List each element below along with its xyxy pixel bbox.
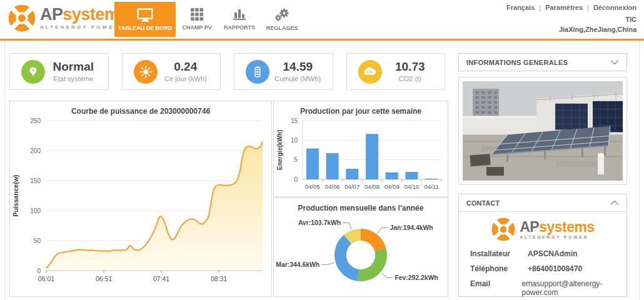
site-photo — [463, 81, 623, 181]
contact-brand-name: APsystems — [520, 220, 595, 234]
svg-text:200: 200 — [30, 148, 41, 154]
grid-icon — [191, 8, 204, 21]
svg-text:15: 15 — [291, 118, 298, 124]
account-name: TIC — [506, 16, 636, 23]
svg-text:04/08: 04/08 — [365, 183, 380, 190]
svg-text:04/07: 04/07 — [345, 183, 360, 190]
svg-text:5: 5 — [294, 156, 298, 163]
co2-label: CO2 (t) — [382, 75, 439, 82]
tab-reglages-label: REGLAGES — [266, 25, 298, 31]
header-user-area: Français|Paramètres|Déconnexion TIC JiaX… — [506, 4, 636, 33]
bar-chart-icon — [233, 8, 246, 21]
today-energy-value: 0.24 — [158, 61, 214, 73]
svg-text:10: 10 — [291, 137, 298, 144]
svg-text:Mar:344.6kWh: Mar:344.6kWh — [276, 261, 319, 268]
apsystems-logo: APsystems ALTENERGY POWER — [8, 4, 128, 32]
monthly-production-chart: Jan:194.4kWhFev:292.2kWhMar:344.6kWhAvr:… — [274, 212, 448, 296]
installer-value: APSCNAdmin — [528, 249, 577, 258]
contact-header[interactable]: CONTACT — [459, 194, 626, 212]
sun-icon — [134, 60, 158, 84]
header-links: Français|Paramètres|Déconnexion — [506, 4, 636, 11]
tab-reglages[interactable]: REGLAGES — [261, 0, 303, 39]
chevron-down-icon — [610, 59, 619, 65]
contact-panel: CONTACT APsystems ALTENERGY POWER Instal… — [458, 194, 627, 297]
svg-text:250: 250 — [30, 118, 41, 124]
chevron-up-icon — [610, 200, 619, 206]
svg-text:04/10: 04/10 — [404, 183, 419, 190]
phone-value: +864001008470 — [528, 264, 582, 273]
contact-logo: APsystems ALTENERGY POWER — [459, 217, 626, 242]
logout-link[interactable]: Déconnexion — [593, 4, 636, 11]
battery-icon — [246, 60, 269, 84]
svg-text:0: 0 — [37, 268, 41, 274]
email-value: emasupport@altenergy-power.com — [521, 279, 626, 297]
tab-dashboard[interactable]: TABLEAU DE BORD — [114, 2, 176, 37]
weekly-production-panel: Production par jour cette semaine 051015… — [273, 101, 448, 197]
ema-dashboard: APsystems ALTENERGY POWER TABLEAU DE BOR… — [0, 0, 644, 300]
monthly-production-title: Production mensuelle dans l'année — [274, 198, 448, 212]
weekly-production-title: Production par jour cette semaine — [274, 101, 448, 116]
status-cards: Normal Etat système 0.24 Ce jour (k — [9, 53, 445, 90]
svg-text:150: 150 — [30, 178, 41, 184]
svg-text:Puissance(w): Puissance(w) — [12, 174, 19, 216]
bulb-icon — [21, 60, 45, 84]
tab-champ-pv[interactable]: CHAMP PV — [176, 0, 218, 39]
lifetime-energy-label: Cumulé (MWh) — [269, 75, 326, 82]
language-link[interactable]: Français — [506, 4, 535, 11]
svg-text:CO₂: CO₂ — [366, 70, 374, 74]
tab-champ-pv-label: CHAMP PV — [182, 24, 211, 31]
contact-brand-tagline: ALTENERGY POWER — [520, 235, 595, 239]
tab-dashboard-label: TABLEAU DE BORD — [118, 25, 172, 31]
contact-rows: Installateur APSCNAdmin Téléphone +86400… — [459, 246, 626, 300]
svg-text:Avr:103.7kWh: Avr:103.7kWh — [298, 219, 341, 226]
card-co2: CO₂ 10.73 CO2 (t) — [346, 53, 446, 90]
main-nav: TABLEAU DE BORD CHAMP PV — [114, 0, 303, 39]
weekly-production-chart: 05101504/0504/0604/0704/0804/0904/1004/1… — [274, 116, 448, 197]
co2-value: 10.73 — [382, 61, 439, 73]
svg-text:0: 0 — [294, 176, 298, 183]
monthly-production-panel: Production mensuelle dans l'année Jan:19… — [273, 198, 448, 297]
svg-text:Jan:194.4kWh: Jan:194.4kWh — [390, 224, 433, 231]
system-status-value: Normal — [45, 61, 102, 73]
installer-label: Installateur — [470, 249, 528, 258]
svg-text:04/09: 04/09 — [385, 183, 400, 190]
svg-text:06:01: 06:01 — [38, 275, 54, 282]
system-status-label: Etat système — [45, 75, 102, 82]
svg-text:Energie(kWh): Energie(kWh) — [276, 130, 283, 170]
contact-row-phone: Téléphone +864001008470 — [459, 261, 626, 276]
lifetime-energy-value: 14.59 — [269, 61, 326, 73]
svg-text:08:31: 08:31 — [211, 275, 227, 282]
apsystems-sun-icon — [491, 217, 516, 242]
contact-row-installer: Installateur APSCNAdmin — [459, 246, 626, 261]
svg-text:50: 50 — [34, 238, 41, 244]
email-label: Email — [470, 279, 521, 297]
power-curve-chart: 05010015020025006:0106:5107:4108:31Puiss… — [10, 116, 271, 294]
contact-row-email: Email emasupport@altenergy-power.com — [459, 276, 626, 300]
card-system-status: Normal Etat système — [9, 53, 109, 90]
svg-text:04/11: 04/11 — [424, 183, 438, 190]
informations-generales-title: INFORMATIONS GENERALES — [466, 59, 568, 66]
svg-text:07:41: 07:41 — [153, 275, 169, 282]
card-lifetime-energy: 14.59 Cumulé (MWh) — [234, 53, 333, 90]
svg-text:04/05: 04/05 — [305, 183, 320, 190]
apsystems-sun-icon — [8, 4, 36, 32]
gears-icon — [274, 8, 289, 22]
tab-rapports-label: RAPPORTS — [224, 24, 255, 31]
account-location: JiaXing,ZheJiang,China — [506, 26, 636, 33]
settings-link[interactable]: Paramètres — [545, 4, 583, 11]
power-curve-panel: Courbe de puissance de 203000000746 0501… — [9, 101, 272, 297]
power-curve-title: Courbe de puissance de 203000000746 — [10, 101, 271, 116]
informations-generales-header[interactable]: INFORMATIONS GENERALES — [458, 53, 627, 71]
svg-text:Fev:292.2kWh: Fev:292.2kWh — [395, 274, 438, 281]
monitor-icon — [137, 8, 153, 22]
phone-label: Téléphone — [470, 264, 528, 273]
svg-text:04/06: 04/06 — [325, 183, 340, 190]
card-today-energy: 0.24 Ce jour (kWh) — [122, 53, 221, 90]
tab-rapports[interactable]: RAPPORTS — [218, 0, 261, 39]
co2-icon: CO₂ — [358, 60, 382, 84]
site-photo-frame — [458, 77, 627, 185]
svg-text:100: 100 — [30, 208, 41, 214]
app-header: APsystems ALTENERGY POWER TABLEAU DE BOR… — [0, 0, 644, 39]
today-energy-label: Ce jour (kWh) — [158, 75, 214, 82]
svg-text:06:51: 06:51 — [96, 275, 112, 282]
